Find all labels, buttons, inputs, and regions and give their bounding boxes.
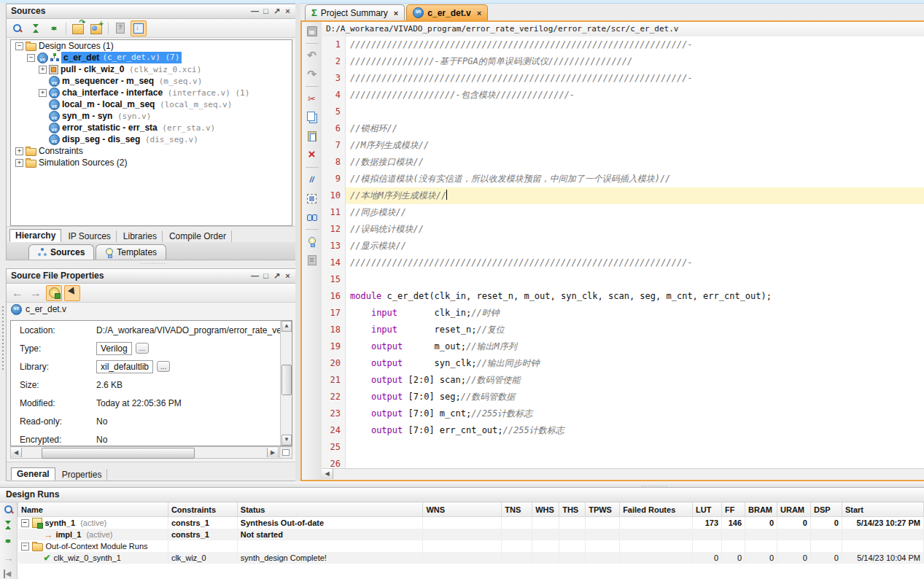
expander-icon[interactable]: − bbox=[15, 42, 23, 50]
run-button[interactable] bbox=[1, 551, 17, 564]
property-value-input[interactable]: Verilog bbox=[96, 342, 132, 355]
code-line[interactable]: 14//////////////////////////////////////… bbox=[322, 254, 924, 271]
code-line[interactable]: 12//误码统计模块// bbox=[322, 221, 924, 238]
search-button[interactable] bbox=[9, 20, 26, 36]
tree-item[interactable]: −Design Sources (1) bbox=[11, 40, 292, 52]
tree-item[interactable]: +pull - clk_wiz_0 (clk_wiz_0.xci) bbox=[11, 63, 292, 75]
tab-close-icon[interactable]: × bbox=[394, 9, 398, 18]
code-line[interactable]: 20 output syn_clk;//输出同步时钟 bbox=[322, 355, 924, 372]
editor-horizontal-scrollbar[interactable]: ◀ bbox=[322, 468, 924, 480]
copy-button[interactable] bbox=[303, 109, 321, 125]
column-header-whs[interactable]: WHS bbox=[532, 502, 559, 517]
code-line[interactable]: 15 bbox=[322, 271, 924, 288]
close-icon[interactable]: × bbox=[282, 4, 293, 18]
expander-icon[interactable]: − bbox=[21, 543, 29, 551]
find-in-file-button[interactable] bbox=[303, 209, 321, 225]
column-header-tns[interactable]: TNS bbox=[502, 502, 532, 517]
more-button[interactable]: ... bbox=[136, 343, 149, 354]
panel-tab-templates[interactable]: Templates bbox=[96, 244, 166, 260]
code-line[interactable]: 7//M序列生成模块// bbox=[322, 137, 924, 154]
help-button[interactable] bbox=[112, 20, 128, 36]
maximize-icon[interactable]: □ bbox=[260, 269, 271, 283]
column-header-uram[interactable]: URAM bbox=[777, 502, 811, 517]
float-icon[interactable]: ↗ bbox=[271, 269, 282, 283]
column-header-dsp[interactable]: DSP bbox=[810, 502, 842, 517]
code-line[interactable]: 17 input clk_in;//时钟 bbox=[322, 305, 924, 322]
scroll-to-button[interactable] bbox=[131, 20, 147, 36]
column-header-bram[interactable]: BRAM bbox=[745, 502, 777, 517]
tree-item[interactable]: syn_m - syn (syn.v) bbox=[11, 110, 292, 122]
forward-button[interactable] bbox=[28, 285, 44, 301]
column-header-start[interactable]: Start bbox=[842, 502, 923, 517]
code-line[interactable]: 1///////////////////////////////////////… bbox=[322, 36, 924, 53]
back-button[interactable] bbox=[9, 285, 26, 301]
column-header-name[interactable]: Name bbox=[18, 502, 168, 517]
expander-icon[interactable]: − bbox=[27, 54, 35, 62]
step-back-button[interactable] bbox=[1, 568, 17, 579]
code-line[interactable]: 5 bbox=[322, 104, 924, 120]
design-run-row[interactable]: clk_wiz_0_synth_1clk_wiz_0synth_design C… bbox=[18, 552, 924, 564]
design-run-row[interactable]: −Out-of-Context Module Runs bbox=[18, 540, 924, 552]
code-line[interactable]: 4////////////////////-包含模块//////////////… bbox=[322, 87, 924, 104]
code-line[interactable]: 11//同步模块// bbox=[322, 204, 924, 221]
editor-tab-c_er_det-v[interactable]: c_er_det.v× bbox=[406, 4, 488, 20]
code-line[interactable]: 13//显示模块// bbox=[322, 238, 924, 254]
tab-ip-sources[interactable]: IP Sources bbox=[63, 230, 116, 242]
code-line[interactable]: 25 bbox=[322, 439, 924, 456]
properties-horizontal-scrollbar[interactable]: ◀ ▶ bbox=[10, 446, 279, 459]
column-header-ths[interactable]: THS bbox=[559, 502, 586, 517]
scrollbar-thumb[interactable] bbox=[282, 365, 292, 395]
left-drag-handle[interactable] bbox=[2, 306, 4, 372]
panel-resize-grip[interactable] bbox=[279, 446, 292, 459]
column-header-failed-routes[interactable]: Failed Routes bbox=[620, 502, 693, 517]
float-icon[interactable]: ↗ bbox=[271, 4, 282, 18]
search-button[interactable] bbox=[1, 504, 17, 516]
scroll-right-icon[interactable]: ▶ bbox=[267, 448, 278, 457]
panel-tab-sources[interactable]: Sources bbox=[28, 244, 94, 260]
code-line[interactable]: 22 output [7:0] seg;//数码管数据 bbox=[322, 389, 924, 405]
undo-button[interactable] bbox=[303, 47, 321, 63]
expander-icon[interactable]: + bbox=[15, 147, 23, 155]
tree-item[interactable]: m_sequencer - m_seq (m_seq.v) bbox=[11, 75, 292, 87]
tree-item[interactable]: −c_er_det (c_er_det.v) (7) bbox=[11, 52, 292, 63]
lightbulb-button[interactable] bbox=[303, 233, 321, 249]
tree-item[interactable]: disp_seg - dis_seg (dis_seg.v) bbox=[11, 133, 292, 145]
column-header-ff[interactable]: FF bbox=[722, 502, 745, 517]
code-line[interactable]: 10//本地M序列生成模块// bbox=[322, 187, 924, 204]
expand-all-button[interactable] bbox=[1, 535, 17, 547]
column-header-wns[interactable]: WNS bbox=[423, 502, 502, 517]
tree-item[interactable]: local_m - local_m_seq (local_m_seq.v) bbox=[11, 98, 292, 110]
column-header-status[interactable]: Status bbox=[237, 502, 423, 517]
close-icon[interactable]: × bbox=[282, 269, 293, 283]
scroll-up-icon[interactable]: ▲ bbox=[282, 321, 292, 332]
tab-close-icon[interactable]: × bbox=[477, 9, 481, 18]
code-line[interactable]: 8//数据接口模块// bbox=[322, 154, 924, 171]
collapse-all-button[interactable] bbox=[28, 20, 44, 36]
paste-button[interactable] bbox=[303, 128, 321, 144]
properties-settings-button[interactable] bbox=[46, 285, 62, 301]
more-button[interactable]: ... bbox=[157, 361, 170, 372]
add-sources-button[interactable] bbox=[88, 20, 104, 36]
collapse-all-button[interactable] bbox=[1, 519, 17, 531]
code-line[interactable]: 19 output m_out;//输出M序列 bbox=[322, 338, 924, 355]
maximize-icon[interactable]: □ bbox=[260, 4, 271, 18]
column-header-constraints[interactable]: Constraints bbox=[168, 502, 237, 517]
minimize-icon[interactable]: — bbox=[249, 4, 260, 18]
expander-icon[interactable]: + bbox=[15, 159, 23, 167]
tree-item[interactable]: +Simulation Sources (2) bbox=[11, 157, 292, 168]
expander-icon[interactable]: + bbox=[39, 89, 47, 97]
tree-item[interactable]: +cha_interface - interface (interface.v)… bbox=[11, 87, 292, 98]
tab-properties[interactable]: Properties bbox=[57, 469, 108, 481]
code-line[interactable]: 18 input reset_n;//复位 bbox=[322, 322, 924, 338]
expander-icon[interactable]: − bbox=[21, 519, 29, 527]
tab-libraries[interactable]: Libraries bbox=[118, 230, 163, 242]
expander-icon[interactable]: + bbox=[39, 66, 47, 74]
tree-item[interactable]: error_statistic - err_sta (err_sta.v) bbox=[11, 122, 292, 133]
vertical-splitter[interactable] bbox=[295, 3, 300, 481]
code-line[interactable]: 26 bbox=[322, 456, 924, 469]
toggle-comment-button[interactable] bbox=[303, 171, 321, 187]
code-line[interactable]: 24 output [7:0] err_cnt_out;//255计数标志 bbox=[322, 422, 924, 439]
horizontal-splitter[interactable]: ········· bbox=[0, 481, 924, 487]
redo-button[interactable] bbox=[303, 66, 321, 82]
column-header-tpws[interactable]: TPWS bbox=[586, 502, 620, 517]
